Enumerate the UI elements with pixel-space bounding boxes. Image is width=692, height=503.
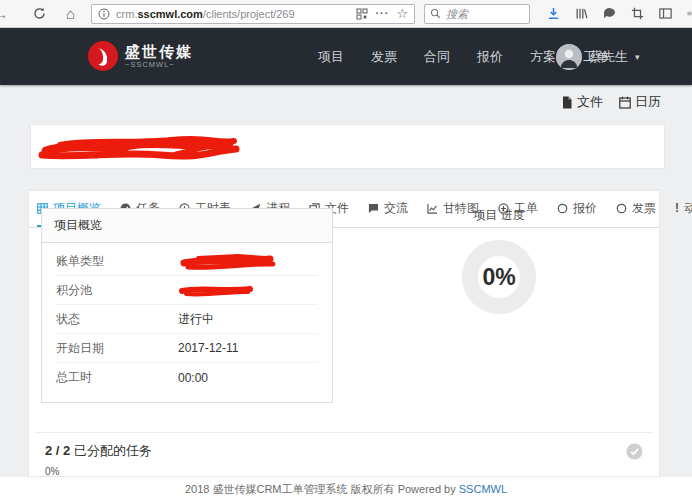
user-name: 蔡先生: [589, 48, 628, 66]
redaction-billing-type: [178, 251, 278, 271]
overview-row-total-hours: 总工时 00:00: [56, 363, 318, 392]
tasks-label: 已分配的任务: [74, 443, 152, 458]
forward-icon: →: [0, 6, 8, 22]
tab-label: 发票: [632, 200, 656, 217]
downloads-button[interactable]: [547, 7, 560, 20]
progress-title: 项目 进度: [369, 207, 629, 224]
url-text[interactable]: crm.sscmwl.com/clients/project/269: [116, 8, 349, 20]
overview-row-status: 状态 进行中: [56, 305, 318, 334]
redaction-project-title: [36, 131, 244, 164]
speech-bubble-icon: [603, 7, 616, 20]
caret-down-icon: ▾: [635, 52, 640, 62]
pocket-button[interactable]: [603, 7, 616, 20]
library-button[interactable]: [575, 7, 588, 20]
project-detail-panel: 项目概览 任务 工时表 进程 文件: [28, 190, 660, 477]
nav-item-invoices[interactable]: 发票: [371, 48, 397, 66]
check-circle-icon: [626, 443, 643, 460]
site-info-icon[interactable]: [98, 8, 110, 20]
project-title-panel: [30, 124, 665, 169]
screenshot-button[interactable]: [631, 7, 644, 20]
brand-subtitle: ~SSCMWL~: [125, 60, 193, 69]
reload-button[interactable]: [33, 7, 46, 20]
tasks-progress-percent: 0%: [45, 466, 59, 477]
search-icon: [430, 8, 441, 19]
search-input[interactable]: [446, 8, 518, 20]
redaction-points-pool: [178, 282, 254, 298]
footer: 2018 盛世传媒CRM工单管理系统 版权所有 Powered by SSCMW…: [0, 477, 692, 503]
start-date-value: 2017-12-11: [178, 341, 239, 355]
sidebar-icon: [659, 7, 672, 20]
bookmark-star-icon[interactable]: ☆: [396, 7, 408, 20]
card-title: 项目概览: [42, 209, 332, 243]
nav-item-quotes[interactable]: 报价: [477, 48, 503, 66]
brand-logo-icon: [88, 41, 118, 71]
progress-value: 0%: [482, 264, 515, 291]
home-button[interactable]: ⌂: [66, 6, 75, 21]
brand-title: 盛世传媒: [125, 44, 193, 60]
calendar-button[interactable]: 日历: [619, 93, 661, 111]
overview-row-start-date: 开始日期 2017-12-11: [56, 334, 318, 363]
footer-link[interactable]: SSCMWL: [459, 483, 507, 495]
assigned-tasks-summary: 2 / 2 已分配的任务: [45, 442, 643, 460]
sidebar-button[interactable]: [659, 7, 672, 20]
nav-item-contracts[interactable]: 合同: [424, 48, 450, 66]
progress-donut: 0%: [462, 240, 536, 314]
extension-grid-icon[interactable]: [356, 8, 368, 20]
crop-icon: [631, 7, 644, 20]
brand-logo[interactable]: 盛世传媒 ~SSCMWL~: [88, 41, 193, 71]
exclamation-icon: !: [675, 201, 679, 215]
nav-item-projects[interactable]: 项目: [318, 48, 344, 66]
avatar: [556, 44, 582, 70]
search-box[interactable]: [424, 4, 530, 24]
download-icon: [547, 7, 560, 20]
home-icon: ⌂: [66, 6, 75, 21]
tasks-count: 2 / 2: [45, 443, 70, 458]
user-menu[interactable]: 蔡先生 ▾: [556, 28, 640, 85]
library-icon: [575, 7, 588, 20]
section-divider: [35, 432, 653, 433]
page-actions-icon[interactable]: ···: [375, 8, 389, 19]
nav-item-plans[interactable]: 方案: [530, 48, 556, 66]
total-hours-value: 00:00: [178, 371, 208, 385]
overview-row-billing-type: 账单类型: [56, 247, 318, 276]
tab-activity[interactable]: ! 动态: [675, 191, 692, 227]
menu-button[interactable]: [687, 7, 692, 20]
file-icon: [561, 96, 573, 109]
files-button[interactable]: 文件: [561, 93, 603, 111]
tab-label: 动态: [684, 200, 692, 217]
app-navbar: 盛世传媒 ~SSCMWL~ 项目 发票 合同 报价 方案 工单 蔡先生 ▾: [0, 28, 692, 85]
footer-text: 2018 盛世传媒CRM工单管理系统 版权所有 Powered by: [185, 483, 459, 495]
hamburger-icon: [687, 7, 692, 20]
page-actions: 文件 日历: [561, 93, 661, 111]
project-overview-card: 项目概览 账单类型 积分池 状态 进行中: [41, 208, 333, 403]
overview-row-points-pool: 积分池: [56, 276, 318, 305]
calendar-icon: [619, 96, 631, 109]
forward-button[interactable]: →: [0, 6, 9, 22]
browser-toolbar: → ⌂ crm.sscmwl.com/clients/project/269 ·…: [0, 0, 692, 28]
reload-icon: [33, 7, 46, 20]
status-value: 进行中: [178, 311, 214, 328]
project-progress: 项目 进度 0%: [369, 207, 629, 314]
url-bar[interactable]: crm.sscmwl.com/clients/project/269 ··· ☆: [91, 4, 415, 24]
